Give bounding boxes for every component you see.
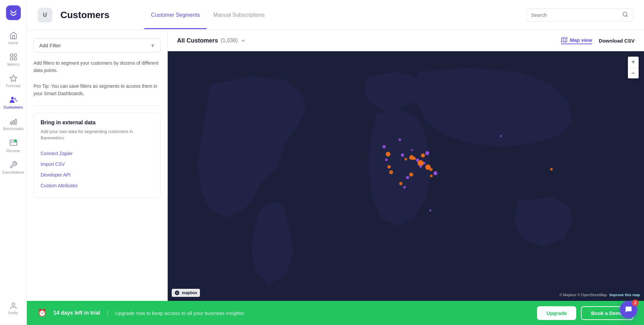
trial-days-text: 14 days left in trial: [53, 310, 100, 316]
filter-tip-2: Pro Tip: You can save filters as segment…: [34, 82, 161, 97]
selector-chevron-icon: [240, 38, 246, 43]
trial-separator: |: [107, 310, 109, 317]
map-view-button[interactable]: Map view: [561, 37, 592, 44]
upgrade-button[interactable]: Upgrade: [537, 306, 576, 320]
map-view-label: Map view: [570, 37, 592, 43]
page-title: Customers: [60, 10, 109, 20]
chat-widget[interactable]: 2: [620, 301, 637, 318]
trial-clock-icon: ⏰: [38, 309, 47, 317]
map-container[interactable]: + − mapbox © Mapbox © OpenStreetMap Impr…: [168, 51, 644, 301]
trial-actions: Upgrade Book a Demo: [537, 306, 633, 320]
sidebar-item-home-label: Home: [8, 41, 18, 45]
panel-divider: [34, 106, 161, 106]
download-csv-button[interactable]: Download CSV: [599, 38, 635, 44]
svg-rect-7: [10, 122, 12, 124]
svg-marker-14: [561, 38, 567, 43]
svg-rect-0: [10, 54, 13, 56]
svg-rect-9: [15, 119, 16, 124]
external-data-title: Bring in external data: [41, 120, 154, 126]
svg-rect-8: [13, 121, 14, 124]
sidebar-item-forecast[interactable]: Forecast: [2, 71, 25, 91]
svg-rect-1: [14, 54, 16, 56]
custom-attributes-link[interactable]: Custom Attributes: [41, 180, 154, 191]
filter-tip-1: Add filters to segment your customers by…: [34, 59, 161, 74]
svg-rect-3: [14, 58, 16, 60]
search-input[interactable]: [531, 12, 619, 18]
sidebar-item-metrics[interactable]: Metrics: [2, 50, 25, 70]
mapbox-label: mapbox: [182, 290, 197, 295]
external-data-desc: Add your own data for segmenting custome…: [41, 128, 154, 141]
trial-message: Upgrade now to keep access to all your b…: [115, 310, 244, 316]
add-filter-button[interactable]: Add Filter ▼: [34, 38, 161, 53]
world-map-svg: [168, 51, 644, 301]
map-zoom-controls: + −: [628, 57, 639, 78]
svg-point-11: [12, 303, 15, 306]
improve-map-link[interactable]: Improve this map: [609, 293, 640, 297]
header-search-container: [526, 8, 633, 21]
sidebar-item-home[interactable]: Home: [2, 28, 25, 48]
zoom-in-button[interactable]: +: [628, 57, 639, 67]
tab-customer-segments[interactable]: Customer Segments: [144, 9, 207, 21]
chat-icon: [625, 306, 633, 314]
sidebar-item-metrics-label: Metrics: [7, 62, 19, 66]
filter-label: Add Filter: [39, 43, 61, 48]
sidebar-item-benchmarks[interactable]: Benchmarks: [2, 114, 25, 134]
header: U Customers Customer Segments Manual Sub…: [27, 0, 644, 30]
customers-selector[interactable]: All Customers (1,036): [177, 37, 246, 44]
zoom-out-button[interactable]: −: [628, 68, 639, 78]
sidebar-item-profile-label: Profile: [8, 311, 18, 315]
mapbox-logo: mapbox: [172, 289, 200, 297]
connect-zapier-link[interactable]: Connect Zapier: [41, 148, 154, 159]
sidebar-item-recover-label: Recover: [6, 149, 20, 153]
sidebar-item-customers[interactable]: Customers: [2, 92, 25, 113]
svg-point-6: [14, 98, 16, 100]
mapbox-icon: [174, 290, 180, 296]
svg-point-18: [176, 292, 178, 294]
developer-api-link[interactable]: Developer API: [41, 170, 154, 180]
map-actions: Map view Download CSV: [561, 37, 635, 44]
main-content: U Customers Customer Segments Manual Sub…: [27, 0, 644, 325]
sidebar-item-forecast-label: Forecast: [6, 84, 20, 88]
filter-arrow-icon: ▼: [150, 43, 155, 48]
sidebar-item-recover[interactable]: Recover: [2, 135, 25, 156]
sidebar-item-benchmarks-label: Benchmarks: [3, 127, 23, 131]
trial-banner: ⏰ 14 days left in trial | Upgrade now to…: [27, 301, 644, 325]
svg-point-12: [623, 12, 627, 16]
chat-badge: 2: [632, 300, 639, 306]
page-avatar: U: [38, 8, 52, 22]
map-panel: All Customers (1,036) Map view: [168, 30, 644, 301]
sidebar-item-cancellations[interactable]: Cancellations: [2, 157, 25, 178]
left-panel: Add Filter ▼ Add filters to segment your…: [27, 30, 168, 301]
svg-point-5: [11, 97, 14, 100]
tab-manual-subscriptions[interactable]: Manual Subscriptions: [207, 9, 271, 21]
svg-line-13: [626, 15, 627, 16]
customer-count: (1,036): [221, 38, 238, 44]
sidebar: Home Metrics Forecast Customers: [0, 0, 27, 325]
recover-notification-dot: [14, 139, 17, 142]
svg-marker-4: [10, 75, 17, 81]
map-icon: [561, 37, 567, 43]
sidebar-item-profile[interactable]: Profile: [2, 299, 25, 318]
import-csv-link[interactable]: Import CSV: [41, 159, 154, 170]
svg-rect-2: [10, 58, 13, 60]
sidebar-item-customers-label: Customers: [4, 105, 23, 109]
external-data-card: Bring in external data Add your own data…: [34, 113, 161, 198]
map-header: All Customers (1,036) Map view: [168, 30, 644, 51]
search-button[interactable]: [622, 11, 628, 18]
header-nav: Customer Segments Manual Subscriptions: [144, 9, 271, 21]
sidebar-item-cancellations-label: Cancellations: [2, 170, 24, 174]
customers-selector-label: All Customers: [177, 37, 218, 44]
app-logo[interactable]: [6, 5, 21, 20]
map-attribution: © Mapbox © OpenStreetMap Improve this ma…: [559, 293, 640, 297]
content-area: Add Filter ▼ Add filters to segment your…: [27, 30, 644, 301]
